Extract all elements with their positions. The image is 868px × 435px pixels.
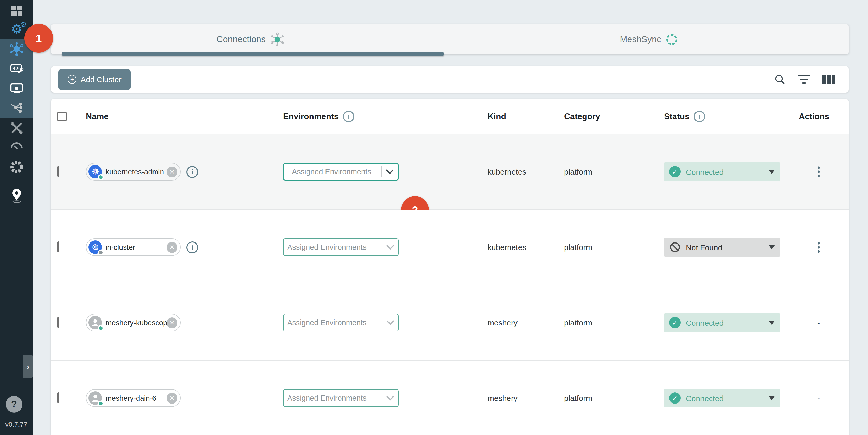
kind-value: meshery bbox=[488, 318, 518, 327]
connection-chip[interactable]: meshery-dain-6 × bbox=[86, 389, 181, 407]
sidebar-item-toolkit[interactable] bbox=[0, 119, 33, 137]
row-checkbox[interactable] bbox=[57, 166, 59, 177]
caret-down-icon bbox=[769, 245, 775, 249]
annotation-badge-1-label: 1 bbox=[36, 32, 42, 44]
sidebar-expand-button[interactable]: › bbox=[23, 355, 33, 378]
patterns-graph-icon bbox=[9, 100, 24, 115]
chevron-down-icon bbox=[385, 169, 394, 174]
status-chip[interactable]: ✓ Connected bbox=[664, 389, 780, 407]
dashboard-icon bbox=[11, 6, 22, 17]
environments-placeholder: Assigned Environments bbox=[284, 243, 382, 251]
table-row: meshery-kubescop... × Assigned Environme… bbox=[51, 285, 849, 361]
environments-select[interactable]: Assigned Environments bbox=[283, 163, 399, 181]
filter-icon bbox=[798, 75, 810, 76]
annotation-badge-1: 1 bbox=[25, 24, 53, 53]
tab-connections[interactable]: Connections bbox=[51, 25, 450, 54]
table-row: ☸ in-cluster × i Assigned Environments bbox=[51, 210, 849, 285]
chevron-down-icon bbox=[386, 320, 395, 325]
header-environments[interactable]: Environments i bbox=[283, 111, 354, 122]
connection-info-icon[interactable]: i bbox=[186, 166, 198, 178]
location-pin-icon bbox=[9, 188, 24, 204]
tab-bar: Connections MeshSync bbox=[51, 25, 849, 54]
status-label: Connected bbox=[686, 167, 723, 176]
help-button[interactable]: ? bbox=[6, 396, 22, 413]
environments-placeholder: Assigned Environments bbox=[284, 394, 382, 402]
select-open-button[interactable] bbox=[382, 245, 398, 250]
remove-connection-button[interactable]: × bbox=[166, 317, 178, 328]
connection-chip[interactable]: ☸ kubernetes-admin... × bbox=[86, 163, 181, 181]
meshery-avatar-icon bbox=[89, 316, 102, 330]
blocked-icon bbox=[669, 242, 681, 253]
plus-icon: + bbox=[68, 75, 76, 84]
status-chip[interactable]: ✓ Connected bbox=[664, 313, 780, 332]
row-actions-menu-button[interactable] bbox=[815, 240, 822, 255]
status-chip[interactable]: Not Found bbox=[664, 238, 780, 256]
settings-gears-icon: ⚙ ⚙ ▾ bbox=[11, 23, 22, 35]
environments-select[interactable]: Assigned Environments bbox=[283, 389, 399, 407]
search-button[interactable] bbox=[774, 74, 786, 85]
search-icon bbox=[774, 74, 786, 85]
remove-connection-button[interactable]: × bbox=[166, 242, 178, 253]
sidebar-item-dashboard[interactable] bbox=[0, 2, 33, 21]
environments-select[interactable]: Assigned Environments bbox=[283, 238, 399, 256]
select-open-button[interactable] bbox=[382, 169, 398, 174]
select-open-button[interactable] bbox=[382, 396, 398, 401]
status-chip[interactable]: ✓ Connected bbox=[664, 162, 780, 181]
question-mark-icon: ? bbox=[11, 399, 17, 410]
status-dot-green bbox=[98, 174, 103, 180]
remove-connection-button[interactable]: × bbox=[166, 393, 178, 404]
meshsync-spinner-icon bbox=[665, 33, 679, 46]
status-info-icon[interactable]: i bbox=[694, 111, 705, 122]
chevron-right-icon: › bbox=[27, 362, 29, 371]
connection-info-icon[interactable]: i bbox=[186, 241, 198, 253]
row-checkbox[interactable] bbox=[57, 242, 59, 252]
environments-select[interactable]: Assigned Environments bbox=[283, 314, 399, 332]
connection-name: meshery-dain-6 bbox=[102, 394, 166, 402]
environments-placeholder: Assigned Environments bbox=[288, 167, 381, 176]
check-circle-icon: ✓ bbox=[669, 317, 681, 328]
row-checkbox[interactable] bbox=[57, 317, 59, 328]
add-cluster-button[interactable]: + Add Cluster bbox=[58, 69, 131, 90]
header-name[interactable]: Name bbox=[86, 112, 108, 121]
actions-empty: - bbox=[817, 394, 820, 402]
sidebar-item-patterns[interactable] bbox=[0, 98, 33, 117]
row-checkbox[interactable] bbox=[57, 392, 59, 403]
service-mesh-donut-icon bbox=[9, 159, 25, 175]
connections-tab-icon bbox=[270, 32, 284, 46]
header-status[interactable]: Status i bbox=[664, 111, 705, 122]
sidebar: ⚙ ⚙ ▾ bbox=[0, 0, 33, 435]
connection-chip[interactable]: meshery-kubescop... × bbox=[86, 314, 181, 332]
connection-chip[interactable]: ☸ in-cluster × bbox=[86, 238, 181, 256]
view-columns-button[interactable] bbox=[822, 75, 835, 84]
connection-name: in-cluster bbox=[102, 243, 166, 251]
table-row: meshery-dain-6 × Assigned Environments m… bbox=[51, 361, 849, 435]
select-open-button[interactable] bbox=[382, 320, 398, 325]
category-value: platform bbox=[564, 243, 592, 252]
check-circle-icon: ✓ bbox=[669, 166, 681, 178]
caret-down-icon bbox=[769, 169, 775, 174]
kind-value: kubernetes bbox=[488, 243, 526, 252]
filter-button[interactable] bbox=[798, 75, 810, 84]
status-dot-green bbox=[98, 401, 103, 406]
sidebar-item-location[interactable] bbox=[0, 186, 33, 205]
adapters-code-icon bbox=[9, 61, 24, 76]
header-category[interactable]: Category bbox=[564, 112, 600, 121]
remove-connection-button[interactable]: × bbox=[166, 166, 178, 177]
app-version: v0.7.77 bbox=[5, 421, 27, 428]
columns-icon bbox=[822, 75, 826, 84]
kind-value: meshery bbox=[488, 394, 518, 402]
connection-name: meshery-kubescop... bbox=[102, 318, 166, 327]
select-all-checkbox[interactable] bbox=[57, 112, 67, 121]
header-kind[interactable]: Kind bbox=[488, 112, 506, 121]
sidebar-item-designs[interactable] bbox=[0, 79, 33, 98]
tab-meshsync-label: MeshSync bbox=[620, 34, 661, 44]
caret-down-icon bbox=[769, 396, 775, 400]
tab-meshsync[interactable]: MeshSync bbox=[450, 25, 849, 54]
environments-info-icon[interactable]: i bbox=[343, 111, 354, 122]
sidebar-item-performance[interactable] bbox=[0, 137, 33, 156]
sidebar-item-service-mesh[interactable] bbox=[0, 158, 33, 177]
check-circle-icon: ✓ bbox=[669, 392, 681, 404]
row-actions-menu-button[interactable] bbox=[815, 164, 822, 179]
designs-screen-icon bbox=[9, 81, 24, 96]
sidebar-item-adapters[interactable] bbox=[0, 59, 33, 78]
